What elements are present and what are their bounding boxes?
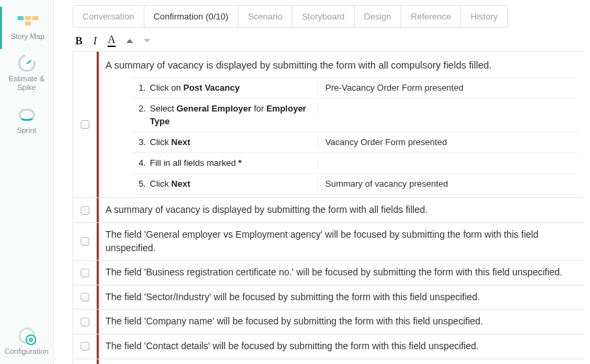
configuration-icon [15,327,39,345]
row-content[interactable]: The field 'Sector/Industry' will be focu… [99,285,585,310]
confirmation-row: A summary of vacancy is displayed by sub… [73,198,585,223]
sidebar: Story Map Estimate & Spike Sprint Config… [0,0,54,364]
tab-bar: Conversation Confirmation (0/10) Scenari… [73,5,508,28]
row-content[interactable]: The field 'General employer vs Employmen… [99,223,585,260]
step-number: 1. [132,82,146,94]
text-color-button[interactable]: A [108,34,116,47]
sidebar-item-label: Sprint [17,126,36,135]
row-content[interactable]: The field 'Contact details' will be focu… [99,334,585,359]
sidebar-item-estimate-spike[interactable]: Estimate & Spike [0,49,53,100]
sidebar-item-story-map[interactable]: Story Map [0,7,53,49]
step-action: Click on Post Vacancy [150,82,318,94]
tab-conversation[interactable]: Conversation [73,6,144,27]
confirmation-row: A summary of vacancy is displayed by sub… [73,52,585,198]
confirmation-row: The field 'Business registration certifi… [73,261,585,285]
step-row[interactable]: 3.Click NextVacancy Order Form presented [132,132,578,153]
sidebar-item-label: Story Map [11,32,44,41]
tab-reference[interactable]: Reference [401,6,461,27]
steps-list: 1.Click on Post VacancyPre-Vacancy Order… [106,77,578,195]
expand-button[interactable] [144,39,151,43]
sidebar-item-configuration[interactable]: Configuration [0,322,53,364]
tab-design[interactable]: Design [355,6,401,27]
confirmation-row: The field 'Job title' will be focused by… [73,359,585,364]
step-number: 4. [132,157,146,169]
row-content[interactable]: A summary of vacancy is displayed by sub… [99,52,585,197]
step-row[interactable]: 5.Click NextSummary of vacancy presented [132,174,578,195]
row-summary: A summary of vacancy is displayed by sub… [106,58,578,72]
step-action: Click Next [150,136,318,148]
confirmation-row: The field 'Company name' will be focused… [73,310,585,334]
row-checkbox[interactable] [81,206,89,215]
row-checkbox[interactable] [81,293,89,302]
confirmation-row: The field 'Sector/Industry' will be focu… [73,285,585,310]
collapse-button[interactable] [126,39,133,43]
row-checkbox[interactable] [81,237,89,246]
tab-storyboard[interactable]: Storyboard [292,6,355,27]
confirmation-row: The field 'General employer vs Employmen… [73,223,585,261]
step-row[interactable]: 2.Select General Employer for Employer T… [132,99,578,132]
confirmation-list: A summary of vacancy is displayed by sub… [73,51,585,364]
step-result: Summary of vacancy presented [318,178,578,190]
tab-scenario[interactable]: Scenario [239,6,292,27]
row-checkbox[interactable] [81,342,89,351]
step-result: Pre-Vacancy Order Form presented [318,82,578,94]
step-row[interactable]: 1.Click on Post VacancyPre-Vacancy Order… [132,77,578,99]
text-color-label: A [108,34,116,45]
story-map-icon [15,12,40,30]
estimate-icon [15,54,39,72]
step-result: Vacancy Order Form presented [318,136,578,148]
step-result [318,103,578,115]
step-action: Select General Employer for Employer Typ… [150,103,318,127]
step-number: 2. [132,103,146,115]
sidebar-item-sprint[interactable]: Sprint [0,101,53,143]
sidebar-item-label: Configuration [5,347,48,356]
row-content[interactable]: A summary of vacancy is displayed by sub… [99,198,585,222]
format-toolbar: B I A [73,28,585,51]
step-action: Fill in all fields marked * [150,157,318,169]
step-row[interactable]: 4.Fill in all fields marked * [132,153,578,174]
tab-history[interactable]: History [461,6,507,27]
italic-button[interactable]: I [93,35,97,47]
row-content[interactable]: The field 'Business registration certifi… [99,261,585,285]
chevron-down-icon [144,39,151,43]
main-panel: Conversation Confirmation (0/10) Scenari… [54,0,590,364]
step-action: Click Next [150,178,318,190]
confirmation-row: The field 'Contact details' will be focu… [73,334,585,359]
sidebar-item-label: Estimate & Spike [0,75,53,92]
row-checkbox[interactable] [81,120,89,129]
row-content[interactable]: The field 'Company name' will be focused… [99,310,585,334]
row-content[interactable]: The field 'Job title' will be focused by… [99,359,585,364]
step-number: 5. [132,178,146,190]
row-checkbox[interactable] [81,269,89,277]
step-result [318,157,578,169]
tab-confirmation[interactable]: Confirmation (0/10) [144,6,239,27]
chevron-up-icon [126,39,133,43]
row-checkbox[interactable] [81,318,89,326]
step-number: 3. [132,136,146,148]
sprint-icon [15,106,39,124]
bold-button[interactable]: B [75,35,83,47]
